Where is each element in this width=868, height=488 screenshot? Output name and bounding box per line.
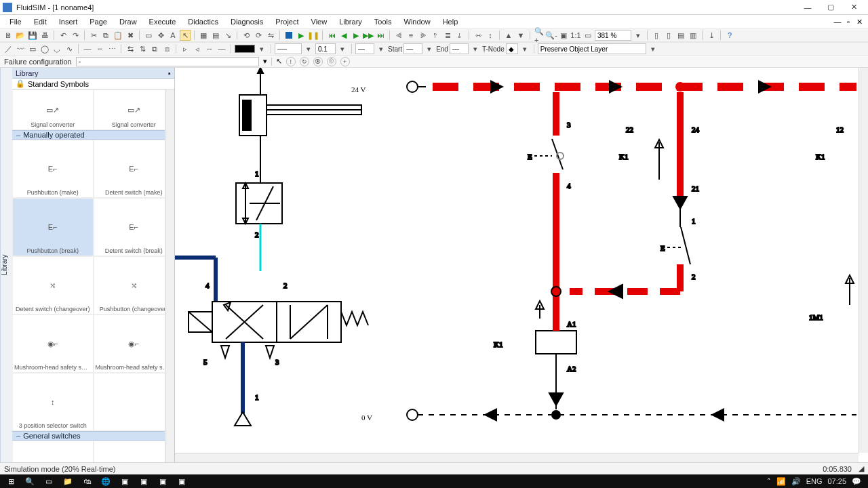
arrow-none-icon[interactable]: — — [216, 43, 227, 54]
close-button[interactable]: ✕ — [842, 0, 865, 15]
taskview-icon[interactable]: ▭ — [41, 474, 57, 488]
arrow-start-icon[interactable]: ▹ — [180, 43, 191, 54]
tnode-field[interactable]: — — [450, 43, 469, 54]
zoom-page-icon[interactable]: ▭ — [583, 30, 593, 41]
end-arrow-dd-icon[interactable]: ▾ — [424, 43, 435, 54]
ungroup-icon[interactable]: ⧈ — [161, 43, 172, 54]
canvas-hscrollbar[interactable] — [175, 453, 859, 462]
tray-volume-icon[interactable]: 🔊 — [791, 477, 801, 486]
flip-icon[interactable]: ⇋ — [265, 30, 276, 41]
new-file-icon[interactable]: 🗎 — [3, 30, 14, 41]
tray-notifications-icon[interactable]: 💬 — [852, 477, 861, 486]
zoom-out-icon[interactable]: 🔍- — [546, 30, 557, 41]
app-task-icon[interactable]: ▣ — [117, 474, 133, 488]
lib-category-general[interactable]: – General switches — [12, 431, 174, 441]
lib-item[interactable] — [94, 373, 175, 431]
menu-didactics[interactable]: Didactics — [182, 16, 224, 27]
mdi-close-icon[interactable]: ✕ — [854, 17, 864, 26]
zoom-field[interactable]: 381 % — [595, 30, 631, 41]
library-std-header[interactable]: 🔒 Standard Symbols — [12, 79, 174, 89]
linestyle-solid-icon[interactable]: — — [82, 43, 93, 54]
pan-tool-icon[interactable]: ✥ — [155, 30, 166, 41]
lib-item[interactable] — [12, 441, 94, 462]
menu-draw[interactable]: Draw — [114, 16, 142, 27]
align-bot-icon[interactable]: ⫰ — [454, 30, 465, 41]
align-center-icon[interactable]: ≡ — [406, 30, 416, 41]
menu-insert[interactable]: Insert — [54, 16, 83, 27]
align-mid-icon[interactable]: ≣ — [442, 30, 453, 41]
open-file-icon[interactable]: 📂 — [15, 30, 26, 41]
start-arrow-field[interactable]: — — [355, 43, 374, 54]
connector-icon[interactable]: ↘ — [222, 30, 233, 41]
menu-execute[interactable]: Execute — [144, 16, 182, 27]
group-icon[interactable]: ⧉ — [149, 43, 160, 54]
linestyle-dot-icon[interactable]: ⋯ — [106, 43, 117, 54]
status-resize-icon[interactable]: ◢ — [859, 464, 864, 473]
lib-item[interactable]: ◉⌐Mushroom-head safety sw… — [94, 314, 175, 373]
indicator-4-icon[interactable]: ⦾ — [327, 57, 336, 66]
line-tool-icon[interactable]: ／ — [3, 43, 14, 54]
lib-item[interactable]: ▭↗ Signal converter — [12, 89, 94, 130]
lib-category-manual[interactable]: – Manually operated — [12, 130, 174, 140]
menu-library[interactable]: Library — [334, 16, 368, 27]
indicator-3-icon[interactable]: ⦿ — [313, 57, 323, 66]
menu-tools[interactable]: Tools — [369, 16, 397, 27]
menu-page[interactable]: Page — [84, 16, 113, 27]
menu-window[interactable]: Window — [399, 16, 436, 27]
tnode-dd-icon[interactable]: ▾ — [470, 43, 481, 54]
flip-v-icon[interactable]: ⇅ — [137, 43, 148, 54]
lib-item[interactable]: ⤭Detent switch (changeover) — [12, 256, 94, 314]
bring-front-icon[interactable]: ▲ — [503, 30, 514, 41]
indicator-2-icon[interactable]: ↻ — [300, 57, 309, 66]
lib-item[interactable]: E⌐Pushbutton (make) — [12, 140, 94, 198]
lib-item[interactable]: ⤭Pushbutton (changeover) — [94, 256, 175, 314]
stop-button[interactable] — [283, 30, 294, 41]
layout-a-icon[interactable]: ▯ — [651, 30, 662, 41]
rotate-right-icon[interactable]: ⟳ — [253, 30, 264, 41]
indicator-5-icon[interactable]: + — [340, 57, 350, 66]
align-top-icon[interactable]: ⫯ — [430, 30, 441, 41]
distribute-v-icon[interactable]: ↕ — [485, 30, 496, 41]
minimize-button[interactable]: — — [796, 0, 819, 15]
play-button[interactable]: ▶ — [296, 30, 307, 41]
line-pattern-dropdown-icon[interactable]: ▾ — [303, 43, 314, 54]
lib-item[interactable]: ▭↗ Signal converter — [94, 89, 175, 130]
color-swatch[interactable] — [235, 45, 255, 53]
layer-dd-icon[interactable]: ▾ — [648, 43, 658, 54]
menu-file[interactable]: File — [4, 16, 27, 27]
cursor-tool-icon[interactable]: ↖ — [180, 30, 191, 41]
redo-icon[interactable]: ↷ — [70, 30, 81, 41]
node-style-dd-icon[interactable]: ▾ — [519, 43, 530, 54]
arrow-both-icon[interactable]: ↔ — [204, 43, 215, 54]
step-last-icon[interactable]: ⏭ — [375, 30, 386, 41]
app-task-icon[interactable]: ▣ — [155, 474, 171, 488]
ellipse-tool-icon[interactable]: ◯ — [39, 43, 50, 54]
lib-item[interactable]: ◉⌐Mushroom-head safety sw… — [12, 314, 94, 373]
tray-lang[interactable]: ENG — [806, 477, 823, 485]
explorer-icon[interactable]: 📁 — [60, 474, 76, 488]
tray-network-icon[interactable]: 📶 — [776, 477, 786, 486]
step-back-icon[interactable]: ◀ — [338, 30, 349, 41]
step-fwd2-icon[interactable]: ▶▶ — [363, 30, 374, 41]
search-icon[interactable]: 🔍 — [22, 474, 38, 488]
menu-help[interactable]: Help — [437, 16, 464, 27]
rotate-left-icon[interactable]: ⟲ — [241, 30, 252, 41]
library-scrollbar[interactable] — [165, 89, 174, 462]
rect-tool-icon[interactable]: ▭ — [27, 43, 38, 54]
node-style-field[interactable]: ◆ — [506, 43, 518, 54]
failure-dd-icon[interactable]: ▾ — [263, 57, 267, 66]
zoom-dropdown-icon[interactable]: ▾ — [633, 30, 644, 41]
mdi-restore-icon[interactable]: ▫ — [844, 17, 853, 26]
layout-c-icon[interactable]: ▤ — [675, 30, 686, 41]
align-left-icon[interactable]: ⫷ — [393, 30, 404, 41]
snap-icon[interactable]: ▤ — [210, 30, 221, 41]
menu-view[interactable]: View — [306, 16, 333, 27]
zoom-in-icon[interactable]: 🔍+ — [534, 30, 545, 41]
pause-button[interactable]: ❚❚ — [308, 30, 319, 41]
app-task-icon[interactable]: ▣ — [174, 474, 190, 488]
zoom-100-icon[interactable]: 1:1 — [570, 30, 581, 41]
menu-project[interactable]: Project — [270, 16, 304, 27]
align-right-icon[interactable]: ⫸ — [418, 30, 429, 41]
pointer-icon[interactable]: ↖ — [276, 57, 282, 66]
lib-item[interactable] — [94, 441, 175, 462]
